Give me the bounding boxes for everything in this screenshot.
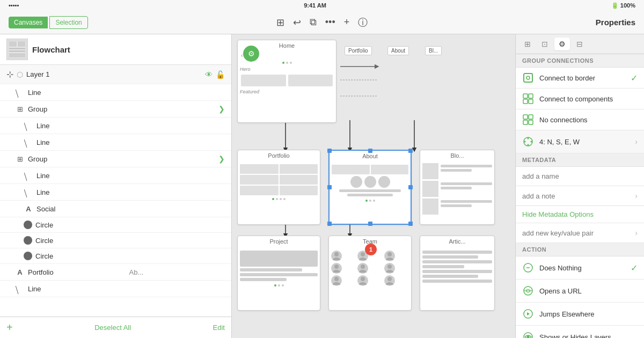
list-item[interactable]: ⊞ Group ❯ (0, 101, 231, 117)
canvases-button[interactable]: Canvases (9, 17, 48, 28)
svg-rect-4 (9, 50, 25, 52)
note-input[interactable] (522, 192, 635, 200)
more-icon[interactable]: ••• (325, 17, 335, 28)
list-item[interactable]: ╱ Line (0, 184, 231, 201)
svg-rect-3 (9, 48, 25, 49)
wf-text-bar (422, 255, 478, 259)
wf-text-bar (422, 275, 478, 278)
compass-row[interactable]: 4: N, S, E, W › (516, 130, 644, 153)
canvas-area[interactable]: ⚙ Home ‹ › Hero Featured Portfolio About (232, 34, 515, 338)
selection-button[interactable]: Selection (49, 16, 87, 29)
shows-hides-icon (522, 331, 534, 338)
no-connections-row[interactable]: No connections (516, 109, 644, 130)
tab-settings[interactable]: ⚙ (554, 38, 570, 50)
connect-components-row[interactable]: Connect to components (516, 89, 644, 109)
hide-metadata-link[interactable]: Hide Metadata Options (516, 206, 644, 223)
list-item[interactable]: Circle (0, 217, 231, 233)
home-screen[interactable]: ⚙ Home ‹ › Hero Featured (237, 40, 336, 123)
does-nothing-icon (522, 262, 534, 274)
about-screen[interactable]: About (328, 150, 412, 225)
wf-text-bar (240, 273, 318, 276)
name-input[interactable] (522, 172, 638, 180)
undo-icon[interactable]: ↩ (293, 17, 301, 28)
key-value-input[interactable] (522, 229, 635, 237)
list-item[interactable]: ╱ Line (0, 281, 231, 297)
list-item[interactable]: A Social (0, 201, 231, 217)
key-value-row[interactable]: › (516, 223, 644, 243)
blog-screen[interactable]: Blo... (420, 150, 495, 225)
list-item[interactable]: Circle (0, 248, 231, 264)
svg-point-44 (528, 144, 529, 146)
resize-handle-tl[interactable] (327, 149, 332, 153)
dot-indicator (276, 198, 278, 200)
svg-rect-41 (529, 120, 533, 124)
svg-point-21 (333, 270, 340, 273)
resize-handle-bm[interactable] (368, 222, 372, 226)
action-header: ACTION (516, 243, 644, 256)
svg-point-14 (334, 252, 339, 256)
article-screen[interactable]: Artic... (420, 236, 495, 311)
avatar-icon (357, 275, 368, 286)
resize-handle-tm[interactable] (368, 149, 372, 153)
project-screen[interactable]: Project (237, 236, 320, 311)
resize-handle-bl[interactable] (327, 222, 332, 226)
list-item[interactable]: A Portfolio Ab... (0, 264, 231, 281)
resize-handle-mr[interactable] (408, 185, 413, 189)
info-icon[interactable]: ⓘ (358, 16, 368, 29)
list-item[interactable]: Circle (0, 233, 231, 248)
resize-handle-tr[interactable] (408, 149, 413, 153)
circle-wf (364, 176, 376, 188)
list-item[interactable]: ╱ Line (0, 117, 231, 134)
group-icon: ⊞ (15, 154, 25, 164)
name-input-row[interactable] (516, 167, 644, 186)
shows-hides-row[interactable]: Shows or Hides Layers (516, 326, 644, 338)
connect-border-row[interactable]: Connect to border ✓ (516, 68, 644, 89)
wf-text-bar (422, 260, 492, 263)
list-item[interactable]: ╱ Line (0, 84, 231, 101)
add-layer-button[interactable]: + (6, 321, 13, 334)
chevron-left-icon: ‹ (241, 53, 243, 58)
list-item[interactable]: ⊞ Group ❯ (0, 151, 231, 167)
opens-url-row[interactable]: Opens a URL (516, 280, 644, 303)
resize-handle-br[interactable] (408, 222, 413, 226)
does-nothing-row[interactable]: Does Nothing ✓ (516, 256, 644, 280)
left-panel: Flowchart ⊹ ⬡ Layer 1 👁 🔓 ╱ Line ⊞ Group… (0, 34, 232, 338)
svg-point-24 (387, 264, 392, 269)
svg-rect-37 (529, 99, 533, 104)
svg-point-26 (334, 277, 339, 281)
avatar-icon (331, 251, 342, 261)
circle-shape-icon (24, 221, 32, 229)
dot-indicator (365, 200, 368, 202)
tab-connections[interactable]: ⊡ (537, 38, 552, 50)
layer-name-label: Circle (35, 252, 225, 260)
line-icon: ╱ (21, 185, 35, 199)
expand-arrow-icon[interactable]: ❯ (218, 155, 225, 163)
layer-main-row[interactable]: ⊹ ⬡ Layer 1 👁 🔓 (0, 65, 231, 84)
expand-arrow-icon[interactable]: ❯ (218, 105, 225, 113)
list-item[interactable]: ╱ Line (0, 167, 231, 184)
portfolio-screen[interactable]: Portfolio (237, 150, 320, 225)
group-icon: ⊞ (15, 104, 25, 114)
note-input-row[interactable]: › (516, 186, 644, 206)
sidebar-toggle-icon[interactable]: ⊞ (276, 17, 284, 28)
add-icon[interactable]: + (344, 17, 350, 28)
svg-rect-32 (524, 74, 532, 82)
connect-components-icon (522, 93, 534, 105)
dot-indicator (278, 284, 280, 286)
tab-layout[interactable]: ⊞ (520, 38, 535, 50)
list-item[interactable]: ╱ Line (0, 134, 231, 151)
dot-indicator (280, 198, 282, 200)
resize-handle-ml[interactable] (327, 185, 332, 189)
tab-inspector[interactable]: ⊟ (572, 38, 587, 50)
dot-indicator (272, 198, 274, 200)
visibility-icon[interactable]: 👁 (205, 70, 213, 79)
edit-button[interactable]: Edit (213, 324, 225, 332)
circle-shape-icon (24, 236, 32, 245)
deselect-all-button[interactable]: Deselect All (94, 324, 131, 332)
lock-icon[interactable]: 🔓 (216, 70, 225, 79)
jumps-elsewhere-row[interactable]: Jumps Elsewhere (516, 303, 644, 326)
line-icon: ╱ (13, 282, 26, 295)
copy-icon[interactable]: ⧉ (310, 17, 317, 28)
layer-name-label: Line (28, 285, 225, 293)
svg-point-33 (526, 76, 530, 79)
